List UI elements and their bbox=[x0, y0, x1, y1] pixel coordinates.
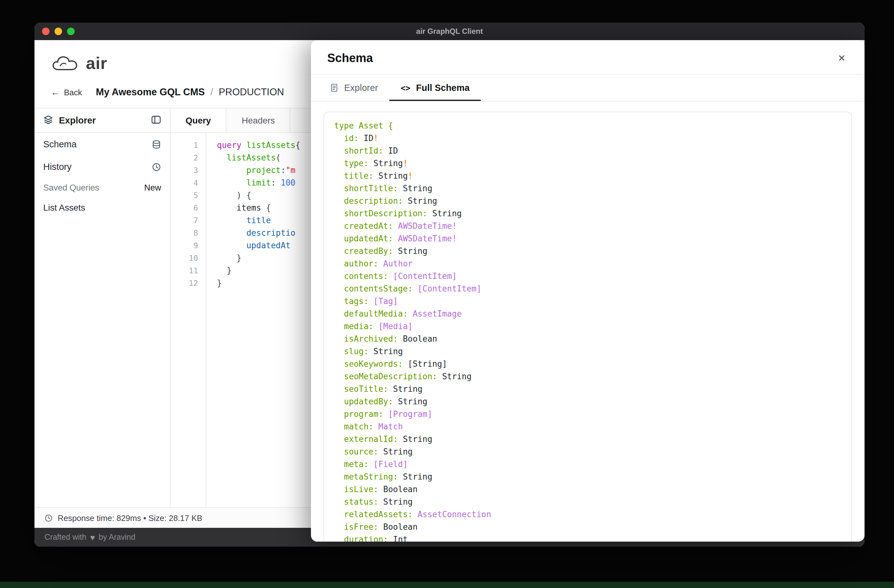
line-number: 12 bbox=[171, 277, 205, 289]
clock-icon bbox=[44, 514, 53, 522]
line-code: title bbox=[205, 214, 271, 227]
schema-field-author: author: Author bbox=[334, 258, 841, 270]
line-number: 2 bbox=[171, 152, 205, 164]
line-code: } bbox=[205, 252, 242, 265]
tab-schema-explorer[interactable]: Explorer bbox=[319, 75, 389, 101]
sidebar: Explorer Schema bbox=[35, 109, 171, 507]
titlebar[interactable]: air GraphQL Client bbox=[35, 23, 865, 40]
schema-panel-title: Schema bbox=[327, 51, 373, 65]
tab-schema-explorer-label: Explorer bbox=[344, 83, 378, 93]
schema-field-source: source: String bbox=[334, 446, 841, 458]
cloud-logo-icon bbox=[51, 53, 80, 73]
sidebar-header: Explorer bbox=[35, 109, 170, 133]
schema-field-type: type: String! bbox=[334, 157, 841, 170]
sidebar-item-history[interactable]: History bbox=[35, 155, 170, 178]
gutter-divider bbox=[205, 133, 206, 507]
saved-query-list-assets[interactable]: List Assets bbox=[35, 198, 170, 217]
schema-field-externalId: externalId: String bbox=[334, 433, 841, 446]
code-brackets-icon: <> bbox=[400, 83, 410, 92]
schema-field-description: description: String bbox=[334, 195, 841, 208]
schema-field-isFree: isFree: Boolean bbox=[334, 521, 841, 534]
sidebar-item-schema[interactable]: Schema bbox=[35, 133, 170, 155]
schema-field-shortTitle: shortTitle: String bbox=[334, 182, 841, 195]
schema-type-header: type Asset { bbox=[334, 120, 841, 132]
tab-full-schema[interactable]: <> Full Schema bbox=[389, 75, 481, 101]
schema-panel: Schema ✕ Explorer bbox=[311, 40, 865, 541]
line-code: ) { bbox=[205, 189, 251, 202]
schema-field-title: title: String! bbox=[334, 170, 841, 182]
saved-queries-label: Saved Queries bbox=[43, 183, 100, 193]
schema-field-updatedBy: updatedBy: String bbox=[334, 395, 841, 408]
schema-field-meta: meta: [Field] bbox=[334, 458, 841, 471]
tab-query[interactable]: Query bbox=[171, 109, 227, 132]
line-number: 10 bbox=[171, 252, 205, 265]
document-icon bbox=[330, 83, 338, 93]
close-window-button[interactable] bbox=[42, 27, 50, 35]
footer-suffix: by Aravind bbox=[99, 533, 136, 541]
line-code: } bbox=[205, 265, 232, 277]
back-arrow-icon: ← bbox=[51, 87, 60, 97]
line-number: 6 bbox=[171, 202, 205, 214]
window-content: air ← Back My Awesome GQL CMS / PRODUCTI… bbox=[35, 40, 865, 547]
back-button[interactable]: ← Back bbox=[51, 87, 82, 97]
tab-headers[interactable]: Headers bbox=[227, 109, 291, 132]
schema-field-isArchived: isArchived: Boolean bbox=[334, 333, 841, 345]
breadcrumb-environment: PRODUCTION bbox=[219, 86, 284, 98]
schema-field-media: media: [Media] bbox=[334, 320, 841, 333]
schema-field-metaString: metaString: String bbox=[334, 471, 841, 483]
schema-field-contents: contents: [ContentItem] bbox=[334, 270, 841, 283]
tab-full-schema-label: Full Schema bbox=[416, 83, 470, 93]
line-code: project:"m bbox=[205, 164, 295, 177]
schema-field-shortDescription: shortDescription: String bbox=[334, 208, 841, 220]
schema-code[interactable]: type Asset { id: ID! shortId: ID type: S… bbox=[323, 112, 852, 541]
traffic-lights bbox=[42, 23, 75, 40]
app-logo-text: air bbox=[86, 54, 107, 73]
line-code: descriptio bbox=[205, 227, 295, 240]
new-query-button[interactable]: New bbox=[144, 183, 161, 193]
line-number: 3 bbox=[171, 164, 205, 177]
line-number: 4 bbox=[171, 177, 205, 189]
schema-panel-tabs: Explorer <> Full Schema bbox=[311, 75, 865, 101]
heart-icon: ♥ bbox=[90, 532, 95, 542]
schema-field-relatedAssets: relatedAssets: AssetConnection bbox=[334, 508, 841, 521]
schema-field-isLive: isLive: Boolean bbox=[334, 483, 841, 496]
schema-field-id: id: ID! bbox=[334, 132, 841, 145]
close-icon[interactable]: ✕ bbox=[835, 51, 848, 65]
schema-field-seoMetaDescription: seoMetaDescription: String bbox=[334, 371, 841, 383]
schema-field-updatedAt: updatedAt: AWSDateTime! bbox=[334, 232, 841, 245]
line-number: 9 bbox=[171, 240, 205, 252]
minimize-window-button[interactable] bbox=[54, 27, 62, 35]
sidebar-title: Explorer bbox=[59, 115, 96, 125]
collapse-sidebar-icon[interactable] bbox=[151, 115, 161, 126]
schema-field-duration: duration: Int bbox=[334, 534, 841, 541]
schema-field-contentsStage: contentsStage: [ContentItem] bbox=[334, 283, 841, 295]
breadcrumb: My Awesome GQL CMS / PRODUCTION bbox=[96, 86, 284, 98]
line-code: items { bbox=[205, 202, 271, 214]
schema-field-program: program: [Program] bbox=[334, 408, 841, 421]
desktop: air GraphQL Client air bbox=[0, 0, 894, 588]
database-icon bbox=[152, 139, 161, 149]
schema-panel-header: Schema ✕ bbox=[311, 40, 865, 75]
line-number: 1 bbox=[171, 139, 205, 152]
line-code: updatedAt bbox=[205, 240, 291, 252]
line-code: listAssets( bbox=[205, 152, 281, 164]
fullscreen-window-button[interactable] bbox=[67, 27, 75, 35]
schema-field-defaultMedia: defaultMedia: AssetImage bbox=[334, 308, 841, 320]
schema-field-status: status: String bbox=[334, 496, 841, 508]
breadcrumb-separator: / bbox=[210, 86, 213, 98]
saved-queries-row: Saved Queries New bbox=[35, 178, 170, 198]
sidebar-item-history-label: History bbox=[43, 162, 71, 172]
footer-prefix: Crafted with bbox=[44, 533, 86, 541]
schema-field-shortId: shortId: ID bbox=[334, 145, 841, 157]
line-code: limit: 100 bbox=[205, 177, 295, 189]
schema-field-seoTitle: seoTitle: String bbox=[334, 383, 841, 395]
schema-field-createdAt: createdAt: AWSDateTime! bbox=[334, 220, 841, 232]
sidebar-item-schema-label: Schema bbox=[43, 139, 77, 149]
schema-field-match: match: Match bbox=[334, 421, 841, 433]
back-label: Back bbox=[64, 87, 82, 97]
wallpaper-strip bbox=[0, 582, 894, 588]
window-title: air GraphQL Client bbox=[416, 27, 483, 36]
line-number: 8 bbox=[171, 227, 205, 240]
layers-icon bbox=[43, 115, 53, 126]
schema-field-seoKeywords: seoKeywords: [String] bbox=[334, 358, 841, 371]
